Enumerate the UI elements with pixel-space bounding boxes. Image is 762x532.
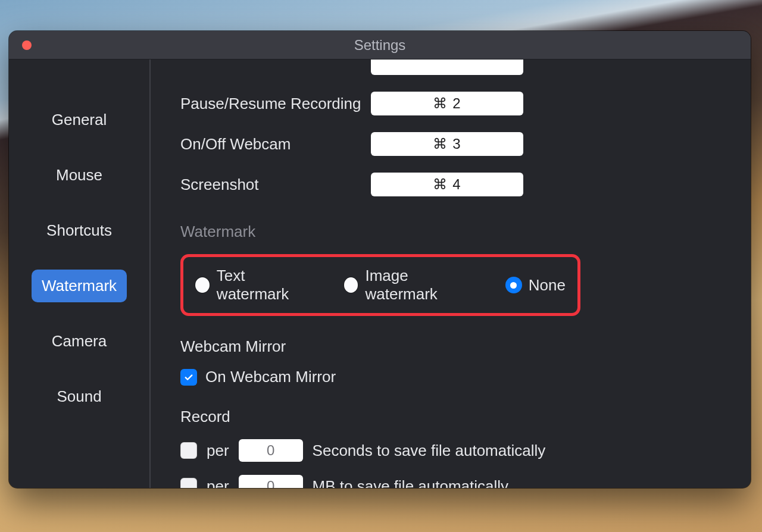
shortcut-field[interactable]: ⌘ 2 bbox=[371, 92, 523, 115]
window-title: Settings bbox=[354, 37, 406, 54]
sidebar-item-label: Shortcuts bbox=[46, 221, 112, 239]
record-per-label: per bbox=[207, 442, 229, 460]
record-row-mb: per 0 MB to save file automatically bbox=[180, 475, 721, 488]
checkbox-label: On Webcam Mirror bbox=[205, 368, 336, 386]
sidebar-item-label: Sound bbox=[57, 387, 101, 405]
checkbox-record-seconds[interactable] bbox=[180, 442, 197, 459]
sidebar: General Mouse Shortcuts Watermark Camera… bbox=[9, 60, 151, 488]
radio-image-watermark[interactable]: Image watermark bbox=[344, 267, 475, 303]
section-title-watermark: Watermark bbox=[180, 223, 721, 241]
radio-label: Text watermark bbox=[217, 267, 313, 303]
shortcut-row-partial bbox=[180, 60, 721, 75]
shortcut-field[interactable]: ⌘ 4 bbox=[371, 173, 523, 196]
settings-window: Settings General Mouse Shortcuts Waterma… bbox=[9, 31, 751, 488]
sidebar-item-label: Watermark bbox=[42, 277, 117, 295]
record-row-seconds: per 0 Seconds to save file automatically bbox=[180, 439, 721, 462]
section-title-record: Record bbox=[180, 408, 721, 426]
record-value: 0 bbox=[267, 442, 274, 459]
record-suffix: MB to save file automatically bbox=[313, 477, 508, 489]
sidebar-item-mouse[interactable]: Mouse bbox=[32, 159, 127, 192]
shortcut-value: ⌘ 3 bbox=[433, 136, 461, 152]
shortcut-label: Pause/Resume Recording bbox=[180, 95, 371, 113]
window-body: General Mouse Shortcuts Watermark Camera… bbox=[9, 60, 751, 488]
shortcut-field[interactable] bbox=[371, 60, 523, 75]
close-icon[interactable] bbox=[22, 40, 32, 50]
webcam-mirror-row: On Webcam Mirror bbox=[180, 368, 721, 386]
sidebar-item-general[interactable]: General bbox=[32, 104, 127, 136]
shortcut-label: Screenshot bbox=[180, 176, 371, 194]
check-icon bbox=[183, 372, 194, 383]
shortcut-row-pause: Pause/Resume Recording ⌘ 2 bbox=[180, 92, 721, 115]
watermark-options-highlight: Text watermark Image watermark None bbox=[180, 254, 580, 316]
record-suffix: Seconds to save file automatically bbox=[313, 442, 546, 460]
sidebar-item-camera[interactable]: Camera bbox=[32, 325, 127, 358]
sidebar-item-watermark[interactable]: Watermark bbox=[32, 270, 127, 302]
radio-label: Image watermark bbox=[365, 267, 474, 303]
checkbox-webcam-mirror[interactable] bbox=[180, 369, 197, 386]
radio-icon bbox=[195, 277, 210, 293]
sidebar-item-label: Mouse bbox=[56, 166, 102, 184]
record-mb-field[interactable]: 0 bbox=[239, 475, 303, 488]
shortcut-label: On/Off Webcam bbox=[180, 135, 371, 154]
shortcut-field[interactable]: ⌘ 3 bbox=[371, 132, 523, 156]
sidebar-item-shortcuts[interactable]: Shortcuts bbox=[32, 214, 127, 247]
record-value: 0 bbox=[267, 478, 274, 488]
sidebar-item-label: General bbox=[52, 111, 107, 129]
shortcut-value: ⌘ 4 bbox=[433, 176, 461, 193]
titlebar[interactable]: Settings bbox=[9, 31, 751, 60]
content-pane: Pause/Resume Recording ⌘ 2 On/Off Webcam… bbox=[151, 60, 751, 488]
radio-icon bbox=[506, 277, 521, 293]
sidebar-item-label: Camera bbox=[52, 332, 107, 350]
section-title-webcam-mirror: Webcam Mirror bbox=[180, 337, 721, 356]
radio-icon bbox=[344, 277, 358, 293]
radio-none[interactable]: None bbox=[506, 276, 566, 295]
radio-text-watermark[interactable]: Text watermark bbox=[195, 267, 313, 303]
shortcut-value: ⌘ 2 bbox=[433, 95, 461, 112]
checkbox-record-mb[interactable] bbox=[180, 478, 197, 488]
sidebar-item-sound[interactable]: Sound bbox=[32, 380, 127, 413]
radio-label: None bbox=[529, 276, 566, 295]
shortcut-row-webcam: On/Off Webcam ⌘ 3 bbox=[180, 132, 721, 156]
shortcut-row-screenshot: Screenshot ⌘ 4 bbox=[180, 173, 721, 196]
record-per-label: per bbox=[207, 477, 229, 489]
record-seconds-field[interactable]: 0 bbox=[239, 439, 303, 462]
